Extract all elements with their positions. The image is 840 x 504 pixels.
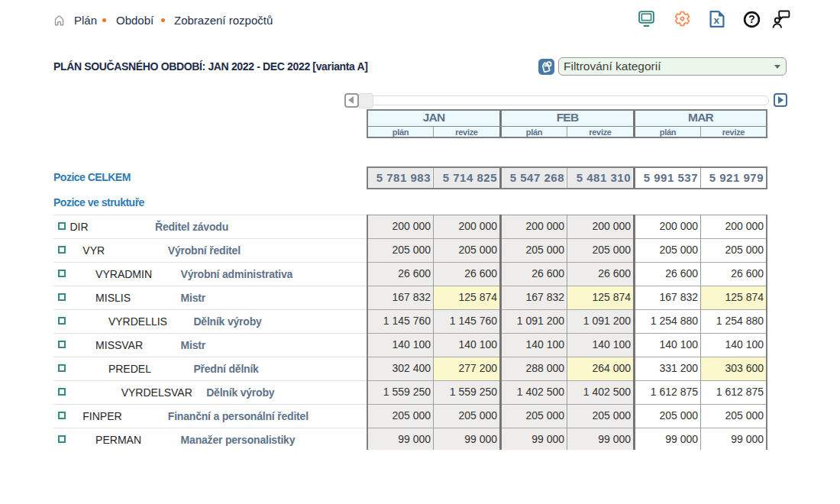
- svg-text:x: x: [713, 15, 719, 26]
- svg-text:?: ?: [748, 13, 754, 25]
